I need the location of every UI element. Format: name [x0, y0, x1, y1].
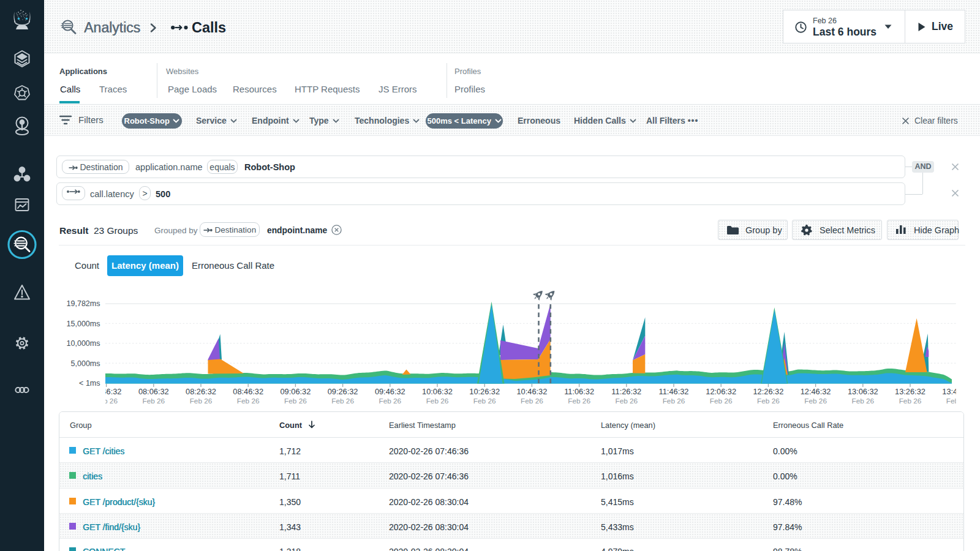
svg-text:Feb 26: Feb 26 — [284, 397, 307, 405]
svg-text:Feb 26: Feb 26 — [521, 397, 543, 405]
svg-text:Feb 26: Feb 26 — [710, 397, 733, 405]
svg-text:Feb 26: Feb 26 — [757, 397, 780, 405]
svg-text:09:46:32: 09:46:32 — [375, 387, 405, 396]
svg-text:Feb 26: Feb 26 — [568, 397, 590, 405]
svg-text:< 1ms: < 1ms — [79, 379, 100, 388]
svg-text:07:46:32: 07:46:32 — [91, 387, 122, 396]
svg-text:Feb 26: Feb 26 — [946, 397, 969, 405]
svg-text:08:46:32: 08:46:32 — [233, 387, 263, 396]
svg-text:Feb 26: Feb 26 — [426, 397, 449, 405]
svg-text:13:26:32: 13:26:32 — [895, 387, 925, 396]
svg-text:Feb 26: Feb 26 — [142, 397, 165, 405]
svg-text:09:06:32: 09:06:32 — [280, 387, 311, 396]
svg-text:12:46:32: 12:46:32 — [801, 387, 831, 396]
svg-text:Feb 26: Feb 26 — [663, 397, 685, 405]
svg-text:10:26:32: 10:26:32 — [469, 387, 500, 396]
svg-text:Feb 26: Feb 26 — [190, 397, 213, 405]
svg-text:08:06:32: 08:06:32 — [138, 387, 169, 396]
svg-text:19,782ms: 19,782ms — [67, 299, 100, 308]
svg-text:13:06:32: 13:06:32 — [848, 387, 878, 396]
svg-text:Feb 26: Feb 26 — [473, 397, 496, 405]
svg-text:12:06:32: 12:06:32 — [706, 387, 736, 396]
svg-text:09:26:32: 09:26:32 — [328, 387, 358, 396]
svg-text:10:06:32: 10:06:32 — [422, 387, 453, 396]
svg-text:Feb 26: Feb 26 — [331, 397, 354, 405]
svg-text:5,000ms: 5,000ms — [71, 359, 100, 368]
svg-text:Feb 26: Feb 26 — [237, 397, 260, 405]
svg-text:15,000ms: 15,000ms — [67, 320, 100, 328]
svg-text:10:46:32: 10:46:32 — [516, 387, 547, 396]
svg-text:11:06:32: 11:06:32 — [564, 387, 594, 396]
svg-text:10,000ms: 10,000ms — [67, 339, 100, 348]
svg-text:11:46:32: 11:46:32 — [659, 387, 689, 396]
svg-text:Feb 26: Feb 26 — [804, 397, 827, 405]
svg-text:11:26:32: 11:26:32 — [611, 387, 641, 396]
svg-text:13:46:32: 13:46:32 — [942, 387, 973, 396]
svg-text:Feb 26: Feb 26 — [851, 397, 874, 405]
svg-text:08:26:32: 08:26:32 — [186, 387, 216, 396]
svg-text:Feb 26: Feb 26 — [95, 397, 118, 405]
svg-text:Feb 26: Feb 26 — [899, 397, 922, 405]
svg-text:12:26:32: 12:26:32 — [753, 387, 783, 396]
svg-text:Feb 26: Feb 26 — [379, 397, 401, 405]
svg-text:Feb 26: Feb 26 — [615, 397, 638, 405]
